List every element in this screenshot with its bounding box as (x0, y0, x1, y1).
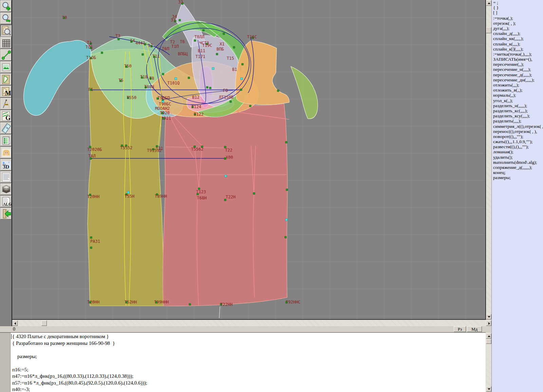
point-marker[interactable] (240, 89, 242, 91)
command-item[interactable]: разделить_кс(,,,,); (492, 108, 543, 113)
command-item[interactable]: сплайн_к(,,,,); (492, 41, 543, 46)
md-button[interactable]: Мд (467, 326, 482, 332)
command-item[interactable]: = ; (492, 0, 543, 5)
3d-icon[interactable]: ДДД3D (0, 159, 12, 171)
point-marker[interactable] (285, 141, 287, 143)
selected-point-marker[interactable] (175, 78, 177, 80)
command-item[interactable]: конец; (492, 170, 543, 175)
command-item[interactable]: угол_к(,,); (492, 98, 543, 103)
command-item[interactable]: разделить_н(,,,,,); (492, 103, 543, 108)
command-item[interactable]: отложить_в(,,); (492, 87, 543, 93)
point-marker[interactable] (223, 33, 225, 35)
command-item[interactable]: симметрия_л((),отрезок( , ); (492, 124, 543, 129)
point-marker[interactable] (277, 90, 279, 92)
selected-point-marker[interactable] (241, 78, 243, 80)
ruler-icon[interactable]: 8 (0, 122, 12, 134)
point-marker[interactable] (242, 63, 243, 65)
command-item[interactable]: :=точка(,); (492, 16, 543, 21)
compass-icon[interactable]: ЛМБ (0, 98, 12, 110)
point-marker[interactable] (249, 105, 251, 107)
point-marker[interactable] (118, 38, 119, 40)
scroll-right-button[interactable] (486, 320, 491, 326)
books-icon[interactable] (0, 183, 12, 195)
scroll-down-button[interactable] (486, 314, 491, 319)
scroll-up-button[interactable] (486, 0, 491, 6)
selected-point-marker[interactable] (127, 191, 129, 193)
point-marker[interactable] (188, 77, 190, 79)
pattern-piece-skirt-red[interactable] (163, 103, 287, 306)
command-item[interactable]: [ ] (492, 10, 543, 15)
algorithm-text-editor[interactable]: { 4320 Платье с декоративным воротником … (0, 332, 486, 392)
command-item[interactable]: пересечение(,,); (492, 62, 543, 67)
editor-vertical-scrollbar[interactable] (486, 333, 491, 392)
selected-point-marker[interactable] (225, 175, 227, 177)
canvas-vertical-scrollbar[interactable] (486, 0, 491, 320)
editor-scroll-thumb[interactable] (486, 339, 491, 344)
point-marker[interactable] (206, 86, 208, 88)
command-item[interactable]: нормаль(,,); (492, 93, 543, 98)
command-item[interactable]: сжать((),,,1.1,0.9,""); (492, 139, 543, 144)
pattern-piece-collar-teal[interactable] (24, 40, 91, 116)
point-marker[interactable] (142, 54, 144, 55)
command-item[interactable]: размеры; (492, 175, 543, 180)
command-item[interactable]: ЗАПИСАТЬ(имя=(), (492, 57, 543, 62)
command-item[interactable]: сплайн_кк(,,,,,); (492, 36, 543, 41)
g-document-icon[interactable]: G (0, 110, 12, 122)
point-marker[interactable] (233, 46, 235, 48)
point-marker[interactable] (209, 87, 211, 89)
command-item[interactable]: пересечение_дн(,,,,,); (492, 77, 543, 82)
point-marker[interactable] (179, 19, 181, 21)
vertical-scroll-thumb[interactable] (486, 27, 491, 33)
pattern-piece-icon[interactable] (0, 74, 12, 85)
editor-scroll-up-button[interactable] (486, 333, 491, 339)
exit-icon[interactable] (0, 208, 12, 219)
point-marker[interactable] (162, 73, 164, 75)
command-item[interactable]: :=метка(точка(,),,,,); (492, 52, 543, 57)
command-item[interactable]: ломаная(); (492, 149, 543, 154)
image-icon[interactable] (0, 61, 12, 73)
scroll-left-button[interactable] (12, 320, 18, 326)
portrait-icon[interactable] (0, 147, 12, 158)
table-icon[interactable] (0, 135, 12, 146)
zoom-in-icon[interactable] (0, 0, 12, 12)
command-item[interactable]: сплайн_д(,,,,); (492, 31, 543, 36)
pattern-piece-back-bodice-orange[interactable] (236, 41, 289, 105)
point-marker[interactable] (90, 247, 92, 249)
command-item[interactable]: удалить(); (492, 155, 543, 160)
selected-point-marker[interactable] (212, 67, 214, 70)
segment-icon[interactable] (0, 49, 12, 61)
point-marker[interactable] (216, 53, 218, 55)
drawing-canvas[interactable]: 333431Т0Т3Т1ТО1Т1ОБТ4444117Т11Т50Т5Т18Т8… (12, 0, 486, 320)
editor-scroll-down-button[interactable] (486, 386, 491, 392)
point-marker[interactable] (230, 101, 231, 102)
command-item[interactable]: пересечение_д(,,,,,); (492, 72, 543, 77)
selected-point-marker[interactable] (285, 219, 287, 221)
point-marker[interactable] (90, 237, 92, 238)
point-marker[interactable] (189, 303, 191, 305)
pattern-piece-green-leaf-far-right[interactable] (291, 66, 318, 119)
alg-document-icon[interactable]: ALG (0, 196, 12, 207)
point-marker[interactable] (101, 52, 103, 54)
command-item[interactable]: сопряжение_д(,,,,,,); (492, 165, 543, 170)
command-item[interactable]: перенос((),отрезок( , ), (492, 129, 543, 134)
canvas-horizontal-scrollbar[interactable] (12, 320, 491, 326)
grid-icon[interactable] (0, 37, 12, 48)
command-item[interactable]: { } (492, 5, 543, 10)
command-item[interactable]: разделить_ксу(,,,,); (492, 113, 543, 118)
command-item[interactable]: выполнить(dmod\.alg); (492, 160, 543, 165)
command-item[interactable]: сплайн_к[](,,,,); (492, 46, 543, 52)
point-marker[interactable] (194, 40, 196, 41)
point-marker[interactable] (285, 236, 286, 238)
command-item[interactable]: разделить(,,,,); (492, 118, 543, 123)
preview-zoom-icon[interactable] (0, 25, 12, 36)
command-item[interactable]: отложить(,,,); (492, 82, 543, 87)
command-item[interactable]: дуга(,,,); (492, 26, 543, 31)
zoom-out-icon[interactable] (0, 13, 12, 24)
command-item[interactable]: отрезок( , ); (492, 21, 543, 26)
command-item[interactable]: пересечение_н(,,,,); (492, 67, 543, 72)
command-item[interactable]: развести((),(),,,""); (492, 144, 543, 149)
horizontal-scroll-thumb[interactable] (41, 320, 47, 326)
command-item[interactable]: поворот((),,,""); (492, 134, 543, 139)
point-marker[interactable] (286, 189, 288, 191)
point-marker[interactable] (203, 30, 204, 31)
